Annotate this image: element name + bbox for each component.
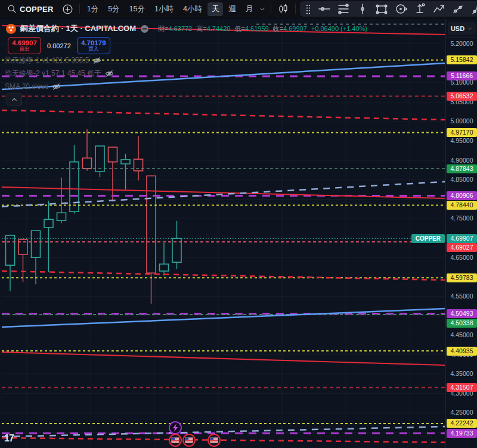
price-label-5.15842: 5.15842 bbox=[447, 55, 477, 64]
parallel-lines-tool-icon[interactable] bbox=[337, 2, 350, 15]
candle bbox=[18, 239, 27, 282]
price-label-4.69907: 4.69907 bbox=[447, 234, 477, 243]
sell-button[interactable]: 4.69907 賣出 bbox=[8, 37, 41, 54]
axis-tick-4.35000: 4.35000 bbox=[446, 370, 477, 377]
ellipse-tool-icon[interactable] bbox=[394, 2, 407, 15]
candle bbox=[134, 136, 143, 181]
tradingview-logo[interactable]: 17 bbox=[4, 433, 14, 444]
chevron-up-icon bbox=[11, 97, 18, 102]
lower-blue-trendline[interactable] bbox=[2, 309, 445, 327]
hide-series-icon[interactable] bbox=[140, 24, 149, 33]
indicator-name: SMA 20 close bbox=[5, 82, 48, 91]
us-flag-icon[interactable] bbox=[208, 434, 220, 446]
legend-collapse-button[interactable] bbox=[7, 94, 22, 105]
eye-off-icon[interactable] bbox=[52, 83, 61, 91]
axis-tick-4.75000: 4.75000 bbox=[446, 214, 477, 222]
eye-off-icon[interactable] bbox=[92, 57, 101, 64]
interval-button-1分[interactable]: 1分 bbox=[83, 2, 103, 16]
candle bbox=[6, 235, 15, 291]
compare-add-button[interactable] bbox=[59, 4, 76, 15]
red-dashed-trendline-3[interactable] bbox=[2, 438, 445, 442]
candle bbox=[95, 145, 104, 177]
symbol-name: COPPER bbox=[17, 5, 56, 14]
toolbar-divider bbox=[295, 4, 296, 14]
price-label-4.40935: 4.40935 bbox=[447, 347, 477, 356]
indicator-name: 浩天線學-2 v1 57.1 45.45 低于 bbox=[5, 69, 101, 79]
interval-dropdown[interactable] bbox=[257, 5, 268, 13]
eye-off-icon[interactable] bbox=[105, 70, 114, 77]
price-range-tool-icon[interactable] bbox=[413, 2, 426, 15]
trade-panel: 4.69907 賣出 0.00272 4.70179 買入 bbox=[8, 37, 110, 54]
indicator-name: 浩天線學-1 v1 421.5 355.5 bbox=[5, 55, 89, 66]
symbol-title[interactable]: 銅差價合約 · 1天 · CAPITALCOM bbox=[20, 23, 136, 34]
interval-button-5分[interactable]: 5分 bbox=[104, 2, 123, 16]
rectangle-tool-icon[interactable] bbox=[375, 2, 388, 15]
interval-button-1小時[interactable]: 1小時 bbox=[150, 2, 178, 16]
trendlines bbox=[2, 24, 445, 442]
price-label-4.80906: 4.80906 bbox=[447, 191, 477, 200]
price-label-4.87843: 4.87843 bbox=[447, 164, 477, 173]
us-flag-icon[interactable] bbox=[169, 434, 181, 446]
candle bbox=[32, 231, 41, 285]
candle bbox=[57, 178, 66, 223]
add-symbol-icon bbox=[62, 4, 73, 15]
candle bbox=[121, 154, 130, 189]
vertical-line-tool-icon[interactable] bbox=[356, 2, 369, 15]
symbol-search-button[interactable]: COPPER bbox=[4, 4, 59, 14]
price-label-4.19733: 4.19733 bbox=[447, 429, 477, 438]
us-flag-icon[interactable] bbox=[183, 434, 195, 446]
ohlc-readout: 開=4.63772 高=4.74420 低=4.61959 收=4.69907 … bbox=[158, 24, 367, 33]
interval-chevron-icon bbox=[258, 5, 267, 13]
chevron-down-icon bbox=[467, 26, 473, 32]
currency-dropdown[interactable]: USD bbox=[448, 22, 476, 35]
lower-red-trendline[interactable] bbox=[2, 352, 445, 365]
price-label-4.97170: 4.97170 bbox=[447, 128, 477, 137]
blue-dashed-trendline[interactable] bbox=[2, 182, 445, 207]
price-label-4.50493: 4.50493 bbox=[447, 309, 477, 318]
chart-style-button[interactable] bbox=[274, 3, 292, 15]
interval-button-4小時[interactable]: 4小時 bbox=[179, 2, 206, 16]
chart-canvas[interactable] bbox=[0, 0, 477, 448]
axis-tick-4.85000: 4.85000 bbox=[446, 176, 477, 183]
candle bbox=[83, 129, 92, 171]
change-value: +0.06490 (+1.40%) bbox=[311, 25, 367, 32]
flash-icon[interactable] bbox=[169, 422, 181, 434]
tools-drag-handle-icon[interactable] bbox=[305, 4, 312, 14]
interval-button-月[interactable]: 月 bbox=[241, 2, 258, 16]
indicator-row[interactable]: SMA 20 close bbox=[5, 82, 61, 91]
candle bbox=[172, 221, 181, 269]
price-label-4.22242: 4.22242 bbox=[447, 419, 477, 428]
candle bbox=[109, 147, 117, 201]
ray-tool-icon[interactable] bbox=[470, 2, 477, 15]
bottom-blue-dashed-trendline[interactable] bbox=[2, 427, 445, 437]
trend-line-tool-icon[interactable] bbox=[451, 2, 464, 15]
toolbar-divider bbox=[79, 4, 80, 14]
currency-label: USD bbox=[451, 25, 464, 32]
axis-tick-5.20000: 5.20000 bbox=[446, 40, 477, 47]
red-dashed-trendline-1[interactable] bbox=[2, 110, 445, 120]
mid-red-trendline[interactable] bbox=[2, 187, 445, 198]
polyline-arrow-tool-icon[interactable] bbox=[432, 2, 445, 15]
axis-tick-5.00000: 5.00000 bbox=[446, 117, 477, 125]
horizontal-line-tool-icon[interactable] bbox=[318, 2, 331, 15]
indicator-row[interactable]: 浩天線學-1 v1 421.5 355.5 bbox=[5, 55, 101, 66]
price-label-5.06532: 5.06532 bbox=[447, 92, 477, 101]
top-toolbar: COPPER 1分5分15分1小時4小時天週月 bbox=[0, 0, 477, 18]
price-label-4.50338: 4.50338 bbox=[447, 319, 477, 328]
red-dashed-trendline-2[interactable] bbox=[2, 271, 445, 280]
low-value: 4.61959 bbox=[245, 25, 269, 32]
axis-tick-4.25000: 4.25000 bbox=[446, 409, 477, 416]
sell-price: 4.69907 bbox=[12, 39, 37, 46]
buy-price: 4.70179 bbox=[81, 39, 106, 46]
indicator-row[interactable]: 浩天線學-2 v1 57.1 45.45 低于 bbox=[5, 69, 114, 79]
price-axis[interactable]: USD 5.200005.100005.050005.000004.950004… bbox=[445, 18, 477, 448]
interval-button-天[interactable]: 天 bbox=[207, 2, 224, 16]
axis-tick-4.95000: 4.95000 bbox=[446, 137, 477, 144]
interval-button-週[interactable]: 週 bbox=[224, 2, 240, 16]
horizontal-levels bbox=[2, 60, 445, 434]
buy-button[interactable]: 4.70179 買入 bbox=[77, 37, 110, 54]
price-label-4.31507: 4.31507 bbox=[447, 383, 477, 392]
chart-legend-header: 銅差價合約 · 1天 · CAPITALCOM 開=4.63772 高=4.74… bbox=[6, 23, 367, 34]
interval-button-15分[interactable]: 15分 bbox=[125, 2, 149, 16]
last-price-symbol-tag: COPPER bbox=[411, 234, 445, 243]
